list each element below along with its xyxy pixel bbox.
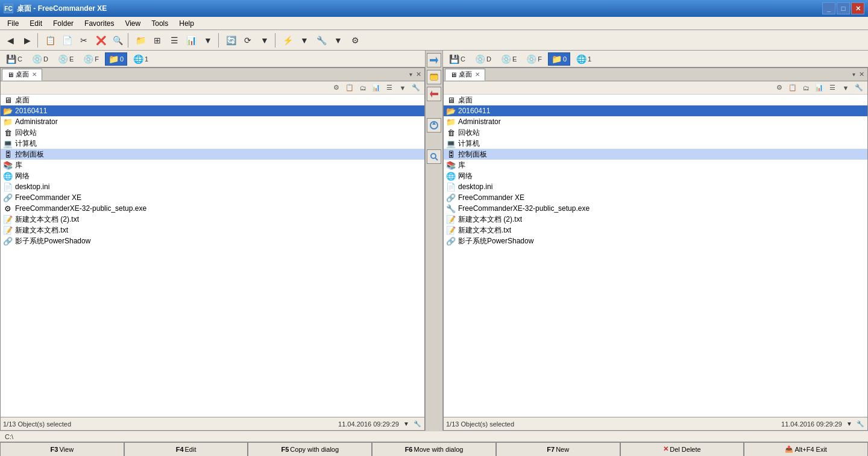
- list-item[interactable]: 库: [444, 160, 867, 170]
- right-status-btn1[interactable]: ▼: [844, 419, 854, 429]
- fkey-f4[interactable]: F4 Edit: [124, 442, 248, 457]
- left-tb-btn2[interactable]: 📋: [344, 83, 356, 93]
- list-item[interactable]: 库: [1, 160, 424, 170]
- right-drive-d[interactable]: 💿D: [471, 52, 495, 66]
- fkey-alt-f4[interactable]: 📤 Alt+F4 Exit: [744, 442, 868, 457]
- left-drive-e[interactable]: 💿E: [54, 52, 77, 66]
- list-item[interactable]: 新建文本文档.txt: [1, 225, 424, 236]
- left-tb-btn4[interactable]: 📊: [370, 83, 382, 93]
- left-tab-x[interactable]: ✕: [414, 70, 423, 78]
- left-status-btn1[interactable]: ▼: [401, 419, 411, 429]
- list-item[interactable]: desktop.ini: [444, 181, 867, 192]
- list-item[interactable]: 网络: [444, 170, 867, 181]
- maximize-button[interactable]: □: [837, 2, 850, 14]
- list-item[interactable]: 新建文本文档 (2).txt: [1, 214, 424, 225]
- right-tb-btn2[interactable]: 📋: [787, 83, 799, 93]
- tb-view4[interactable]: ▼: [200, 33, 216, 48]
- right-tab-desktop[interactable]: 🖥 桌面 ✕: [445, 69, 485, 81]
- close-button[interactable]: ✕: [851, 2, 864, 14]
- right-tb-btn4[interactable]: 📊: [813, 83, 825, 93]
- fkey-del[interactable]: ✕ Del Delete: [620, 442, 744, 457]
- list-item[interactable]: 20160411: [1, 105, 424, 116]
- left-tab-close[interactable]: ✕: [32, 71, 37, 78]
- tb-view2[interactable]: ☰: [166, 33, 182, 48]
- mid-btn-copy-right[interactable]: [427, 53, 441, 67]
- tb-forward[interactable]: ▶: [19, 33, 35, 48]
- list-item[interactable]: 桌面: [1, 95, 424, 105]
- menu-file[interactable]: File: [2, 18, 24, 29]
- right-tb-btn6[interactable]: ▼: [840, 83, 852, 93]
- minimize-button[interactable]: _: [822, 2, 835, 14]
- tb-sync1[interactable]: 🔄: [223, 33, 239, 48]
- tb-delete[interactable]: ❌: [93, 33, 108, 48]
- fkey-f6[interactable]: F6 Move with dialog: [372, 442, 496, 457]
- tb-copy[interactable]: 📋: [42, 33, 58, 48]
- right-tab-arrow[interactable]: ▾: [851, 71, 857, 78]
- left-tb-btn1[interactable]: ⚙: [330, 83, 342, 93]
- menu-tools[interactable]: Tools: [146, 18, 173, 29]
- left-drive-f[interactable]: 💿F: [80, 52, 102, 66]
- list-item[interactable]: 桌面: [444, 95, 867, 105]
- right-drive-0[interactable]: 📁0: [548, 52, 570, 66]
- left-drive-1[interactable]: 🌐1: [130, 52, 152, 66]
- left-drive-d[interactable]: 💿D: [28, 52, 52, 66]
- list-item[interactable]: 控制面板: [444, 149, 867, 160]
- list-item[interactable]: FreeCommanderXE-32-public_setup.exe: [1, 203, 424, 214]
- list-item[interactable]: 影子系统PowerShadow: [444, 236, 867, 246]
- right-tab-close[interactable]: ✕: [475, 71, 480, 78]
- list-item[interactable]: 网络: [1, 170, 424, 181]
- right-tb-btn1[interactable]: ⚙: [773, 83, 785, 93]
- left-tb-btn5[interactable]: ☰: [383, 83, 395, 93]
- tb-cmd2[interactable]: ▼: [297, 33, 312, 48]
- list-item[interactable]: desktop.ini: [1, 181, 424, 192]
- list-item[interactable]: FreeCommanderXE-32-public_setup.exe: [444, 203, 867, 214]
- left-drive-0[interactable]: 📁0: [105, 52, 127, 66]
- mid-btn-sync[interactable]: [427, 118, 441, 133]
- list-item[interactable]: 计算机: [444, 138, 867, 149]
- list-item[interactable]: 影子系统PowerShadow: [1, 236, 424, 246]
- menu-folder[interactable]: Folder: [48, 18, 78, 29]
- right-tab-x[interactable]: ✕: [857, 70, 866, 78]
- menu-favorites[interactable]: Favorites: [80, 18, 119, 29]
- menu-view[interactable]: View: [120, 18, 145, 29]
- list-item[interactable]: 新建文本文档 (2).txt: [444, 214, 867, 225]
- left-tab-arrow[interactable]: ▾: [407, 71, 414, 78]
- right-drive-c[interactable]: 💾C: [445, 52, 469, 66]
- list-item[interactable]: 20160411: [444, 105, 867, 116]
- menu-help[interactable]: Help: [174, 18, 199, 29]
- left-tb-btn6[interactable]: ▼: [397, 83, 409, 93]
- list-item[interactable]: 控制面板: [1, 149, 424, 160]
- tb-cmd1[interactable]: ⚡: [280, 33, 295, 48]
- list-item[interactable]: FreeCommander XE: [444, 192, 867, 203]
- tb-sync2[interactable]: ⟳: [240, 33, 256, 48]
- right-drive-e[interactable]: 💿E: [497, 52, 520, 66]
- list-item[interactable]: 回收站: [1, 127, 424, 138]
- list-item[interactable]: FreeCommander XE: [1, 192, 424, 203]
- menu-edit[interactable]: Edit: [25, 18, 47, 29]
- tb-search[interactable]: 🔍: [110, 33, 125, 48]
- right-tb-btn7[interactable]: 🔧: [853, 83, 865, 93]
- fkey-f7[interactable]: F7 New: [496, 442, 620, 457]
- tb-view3[interactable]: 📊: [183, 33, 199, 48]
- right-drive-f[interactable]: 💿F: [523, 52, 546, 66]
- left-drive-c[interactable]: 💾C: [2, 52, 26, 66]
- tb-cmd4[interactable]: ▼: [330, 33, 346, 48]
- mid-btn-search[interactable]: [427, 149, 441, 164]
- right-tb-btn3[interactable]: 🗂: [800, 83, 812, 93]
- tb-newfolder[interactable]: 📁: [133, 33, 148, 48]
- tb-cut[interactable]: ✂: [76, 33, 92, 48]
- tb-sync3[interactable]: ▼: [257, 33, 272, 48]
- tb-paste[interactable]: 📄: [59, 33, 75, 48]
- tb-cmd3[interactable]: 🔧: [313, 33, 329, 48]
- left-status-btn2[interactable]: 🔧: [412, 419, 422, 429]
- tb-settings[interactable]: ⚙: [347, 33, 363, 48]
- left-tb-btn7[interactable]: 🔧: [410, 83, 422, 93]
- list-item[interactable]: 回收站: [444, 127, 867, 138]
- right-drive-1[interactable]: 🌐1: [573, 52, 595, 66]
- mid-btn-copy-left[interactable]: [427, 87, 441, 101]
- left-file-list[interactable]: 桌面 20160411 Administrator 回收站 计算机: [1, 95, 424, 417]
- right-tb-btn5[interactable]: ☰: [826, 83, 838, 93]
- right-file-list[interactable]: 桌面 20160411 Administrator 回收站 计算机: [444, 95, 867, 417]
- tb-back[interactable]: ◀: [2, 33, 18, 48]
- right-status-btn2[interactable]: 🔧: [855, 419, 865, 429]
